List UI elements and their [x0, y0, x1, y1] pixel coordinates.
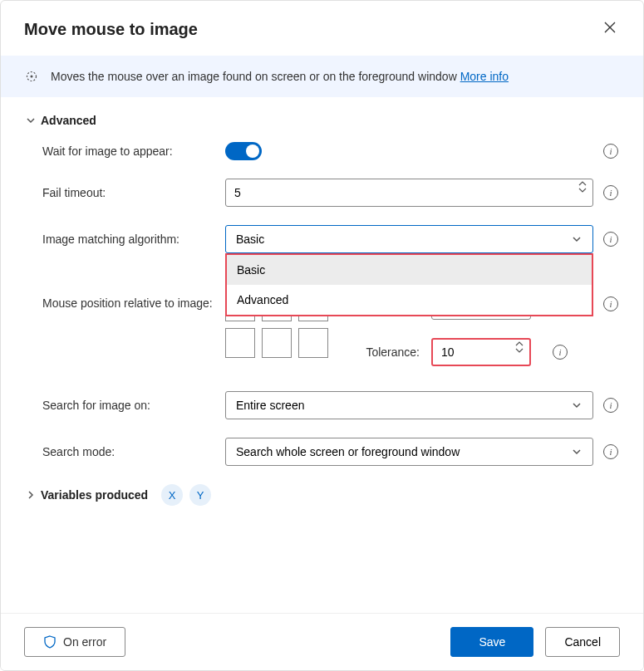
tolerance-input[interactable]: 10	[431, 338, 531, 366]
close-button[interactable]	[600, 17, 620, 41]
search-on-row: Search for image on: Entire screen i	[26, 391, 618, 419]
close-icon	[603, 21, 617, 34]
advanced-section-toggle[interactable]: Advanced	[26, 114, 618, 127]
pos-cell[interactable]	[262, 328, 292, 358]
mouse-target-icon	[24, 69, 39, 84]
mouse-pos-label: Mouse position relative to image:	[26, 291, 225, 310]
info-icon[interactable]: i	[603, 296, 618, 311]
chevron-down-icon	[26, 115, 36, 125]
spinner[interactable]	[578, 181, 587, 193]
info-icon[interactable]: i	[603, 444, 618, 459]
spinner[interactable]	[514, 341, 524, 353]
chevron-down-icon	[571, 233, 583, 245]
info-icon[interactable]: i	[603, 398, 618, 413]
fail-timeout-row: Fail timeout: 5 i	[26, 179, 618, 207]
pos-cell[interactable]	[298, 328, 328, 358]
algo-select[interactable]: Basic	[225, 225, 593, 253]
svg-point-1	[31, 76, 33, 78]
algo-option-basic[interactable]: Basic	[227, 255, 592, 285]
search-mode-label: Search mode:	[26, 445, 225, 458]
on-error-button[interactable]: On error	[24, 627, 125, 657]
wait-toggle[interactable]	[225, 142, 262, 160]
algo-row: Image matching algorithm: Basic Basic Ad…	[26, 225, 618, 253]
cancel-button[interactable]: Cancel	[545, 627, 620, 657]
info-bar: Moves the mouse over an image found on s…	[1, 56, 643, 97]
more-info-link[interactable]: More info	[460, 70, 509, 83]
info-icon[interactable]: i	[553, 345, 568, 360]
algo-dropdown: Basic Advanced	[225, 253, 593, 316]
search-on-label: Search for image on:	[26, 399, 225, 412]
info-icon[interactable]: i	[603, 185, 618, 200]
info-text: Moves the mouse over an image found on s…	[51, 70, 509, 83]
variable-x-badge[interactable]: X	[161, 484, 183, 506]
info-icon[interactable]: i	[603, 144, 618, 159]
tolerance-row: Tolerance: 10 i	[361, 338, 568, 366]
chevron-down-icon	[571, 399, 583, 411]
pos-cell[interactable]	[225, 328, 255, 358]
info-icon[interactable]: i	[603, 232, 618, 247]
variables-section-toggle[interactable]: Variables produced X Y	[26, 484, 618, 506]
save-button[interactable]: Save	[450, 627, 533, 657]
dialog-header: Move mouse to image	[1, 1, 643, 56]
dialog-footer: On error Save Cancel	[1, 613, 643, 670]
chevron-down-icon	[571, 446, 583, 458]
algo-option-advanced[interactable]: Advanced	[227, 285, 592, 315]
content-area: Advanced Wait for image to appear: i Fai…	[1, 97, 643, 529]
search-mode-row: Search mode: Search whole screen or fore…	[26, 438, 618, 466]
wait-label: Wait for image to appear:	[26, 144, 225, 158]
wait-row: Wait for image to appear: i	[26, 142, 618, 160]
shield-icon	[43, 635, 57, 649]
chevron-right-icon	[26, 490, 36, 500]
search-mode-select[interactable]: Search whole screen or foreground window	[225, 438, 593, 466]
tolerance-label: Tolerance:	[361, 345, 420, 359]
fail-timeout-label: Fail timeout:	[26, 186, 225, 199]
algo-label: Image matching algorithm:	[26, 233, 225, 246]
dialog-title: Move mouse to image	[24, 20, 198, 39]
search-on-select[interactable]: Entire screen	[225, 391, 593, 419]
variable-y-badge[interactable]: Y	[189, 484, 211, 506]
fail-timeout-input[interactable]: 5	[225, 179, 593, 207]
